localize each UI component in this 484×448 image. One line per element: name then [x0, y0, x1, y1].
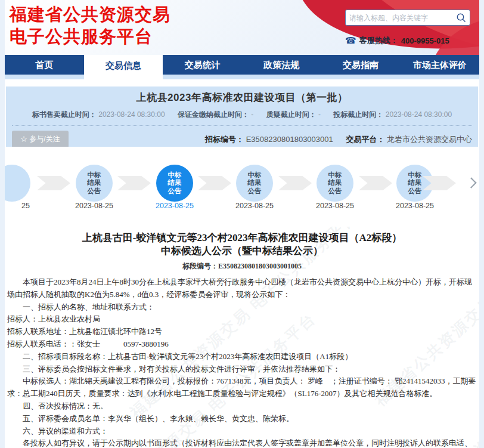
doc-paragraph: 二、招标项目标段名称：上杭县古田-蛟洋镇文元等23个村2023年高标准农田建设项…: [7, 351, 477, 363]
timeline-date-active: 2023-08-25: [148, 202, 201, 210]
timeline-next-icon[interactable]: [466, 177, 476, 188]
timeline-date: 2023-08-25: [67, 202, 121, 210]
deadline-value: -: [251, 110, 253, 119]
doc-paragraph: 招标人：上杭县农业农村局: [7, 313, 477, 326]
main-nav: 首页 交易信息 交易统计 政策法规 交易指南 市场主体评价: [5, 55, 479, 79]
timeline-arrow: [278, 176, 312, 190]
deadline-label: 投标截止时间：: [333, 110, 383, 119]
header-right: ☎ 客服热线： 400-9955-015: [345, 10, 473, 46]
doc-paragraph: 一、招标人的名称、地址和联系方式：: [7, 301, 477, 314]
timeline-arrow: [359, 176, 392, 190]
timeline-date: 2023-08-25: [308, 202, 362, 210]
platform-value: 龙岩市公共资源交易中心: [387, 135, 472, 144]
timeline-step-3[interactable]: 中标结果公告: [236, 165, 273, 202]
doc-paragraph: 各投标人如有异议，请于公示期内以书面形式（投诉材料应由法定代表人签字或盖章并加盖…: [7, 437, 477, 448]
timeline-step-1[interactable]: 中标结果公告: [76, 165, 113, 202]
site-logo: 福建省公共资源交易 电子公共服务平台: [10, 4, 170, 48]
search-box[interactable]: [345, 10, 470, 26]
doc-paragraph: 招标人联系地址：上杭县临江镇北环中路12号: [7, 326, 477, 338]
timeline-date: 2023-08-25: [388, 202, 442, 210]
banner-bottom: ☆ 参与/关注 招标编号： E3508230801803003001 交易平台：…: [12, 131, 472, 148]
search-icon[interactable]: [456, 13, 466, 23]
progress-timeline: 25 中标结果公告 2023-08-25 中标结果公告 2023-08-25 中…: [5, 147, 479, 227]
tender-no-label: 招标编号：: [205, 135, 244, 144]
doc-section-number: 标段编号：E3508230801803003001005: [7, 261, 477, 271]
deadline-label: 标书售卖截止时间：: [32, 110, 97, 119]
deadline-label: 质疑截止时间：: [266, 110, 317, 119]
deadline-value: -: [318, 110, 321, 119]
timeline-step-2-active[interactable]: 中标结果公告: [156, 165, 193, 202]
nav-tab-trade-guide[interactable]: 交易指南: [321, 55, 401, 79]
project-title: 上杭县2023年高标准农田建设项目（第一批）: [12, 91, 472, 104]
doc-paragraph: 六、异议的渠道和方式：: [7, 425, 477, 438]
timeline-date: 2023-08-25: [228, 202, 281, 210]
timeline-arrow: [198, 176, 231, 190]
timeline-arrow: [117, 176, 151, 190]
deadline-value: 2023-08-24 08:30:00: [98, 110, 165, 119]
site-header: 福建省公共资源交易 电子公共服务平台 ☎ 客服热线： 400-9955-015: [5, 0, 479, 55]
nav-tab-trade-info[interactable]: 交易信息: [84, 55, 163, 79]
doc-body: 本项目于2023年8月24日上午8时30分在上杭县李家坪大桥旁行政服务中心四楼（…: [7, 276, 477, 448]
nav-tab-policies[interactable]: 政策法规: [242, 55, 321, 79]
tender-no-value: E3508230801803003001: [246, 135, 333, 144]
doc-paragraph: 五、评标委会成员名单：李兴华（组长）、李永娘、赖长华、黄文忠、陈荣标。: [7, 413, 477, 425]
dotted-divider: [12, 125, 472, 126]
doc-title-line2: 中标候选人公示（暨中标结果公示）: [7, 245, 477, 258]
doc-paragraph: 三、评标委员会按招标文件要求，对有关投标人的投标文件进行评审，并依法推荐结果如下…: [7, 363, 477, 376]
deadline-label: 保证金缴纳截止时间：: [178, 110, 249, 119]
announcement-document: 福建省公共资源交易 电子公共服务平台 福建省公共资源交易 电子公共服务平台 福建…: [5, 227, 479, 448]
phone-icon: ☎: [345, 35, 356, 46]
tender-codes: 招标编号： E3508230801803003001 交易平台： 龙岩市公共资源…: [194, 134, 472, 145]
timeline-step-partial[interactable]: [5, 165, 30, 202]
timeline-step-4[interactable]: 中标结果公告: [317, 165, 353, 202]
timeline-arrow: [37, 176, 70, 190]
project-banner: 上杭县2023年高标准农田建设项目（第一批） 标书售卖截止时间： 2023-08…: [6, 86, 478, 147]
deadline-value: 2023-08-24 08:30:00: [386, 110, 452, 119]
nav-tab-home[interactable]: 首页: [5, 55, 84, 79]
hotline-label: 客服热线：: [359, 35, 398, 46]
logo-line-1: 福建省公共资源交易: [10, 4, 170, 26]
search-input[interactable]: [349, 14, 456, 22]
logo-line-2: 电子公共服务平台: [10, 26, 170, 48]
doc-paragraph: 本项目于2023年8月24日上午8时30分在上杭县李家坪大桥旁行政服务中心四楼（…: [7, 276, 477, 301]
doc-title-line1: 上杭县古田-蛟洋镇文元等23个村2023年高标准农田建设项目（A2标段）: [7, 231, 477, 245]
doc-paragraph: 招标人联系电话：：张女士 0597-3880196: [7, 338, 477, 351]
main-card: 福建省公共资源交易 电子公共服务平台 ☎ 客服热线： 400-9955-015 …: [5, 0, 479, 448]
hotline: ☎ 客服热线： 400-9955-015: [345, 35, 473, 46]
follow-button[interactable]: ☆ 参与/关注: [12, 131, 69, 148]
timeline-date: 25: [5, 202, 49, 210]
doc-paragraph: 四、否决投标情况：无。: [7, 400, 477, 413]
nav-tab-market-evaluation[interactable]: 市场主体评价: [400, 55, 479, 79]
deadline-row: 标书售卖截止时间： 2023-08-24 08:30:00 保证金缴纳截止时间：…: [12, 110, 472, 120]
banner-wrap: 上杭县2023年高标准农田建设项目（第一批） 标书售卖截止时间： 2023-08…: [5, 79, 479, 147]
platform-label: 交易平台：: [346, 135, 384, 144]
doc-paragraph: 中标候选人：湖北锦天禹建设工程有限公司，投标报价：7671348元，项目负责人：…: [7, 375, 477, 400]
timeline-step-5[interactable]: 中标结果公告: [396, 165, 433, 202]
hotline-number: 400-9955-015: [401, 36, 449, 45]
nav-tab-trade-stats[interactable]: 交易统计: [163, 55, 242, 79]
